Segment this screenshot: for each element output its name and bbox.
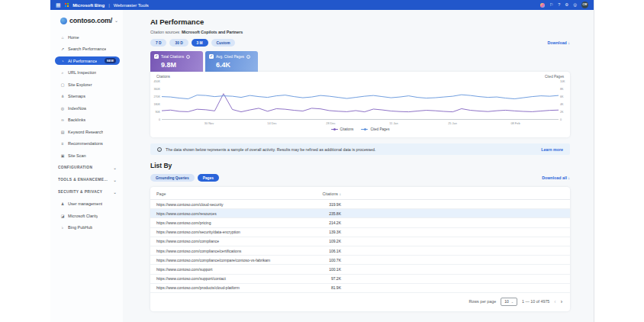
citation-sources: Citation sources: Microsoft Copilots and… xyxy=(150,30,570,34)
page-url[interactable]: https://www.contoso.com/support xyxy=(156,267,318,272)
download-button[interactable]: Download ↓ xyxy=(548,40,570,45)
sort-descending-icon: ↓ xyxy=(340,192,342,196)
previous-page-button[interactable]: ‹ xyxy=(554,299,555,304)
sidebar-item-user-management[interactable]: ♟User management xyxy=(50,200,120,208)
sidebar-nav: ⌂Home↗Search Performance◔AI PerformanceN… xyxy=(50,33,123,232)
legend-item-citations[interactable]: Citations xyxy=(331,127,354,131)
info-banner-text: The data shown below represents a sample… xyxy=(166,147,376,152)
sidebar-item-url-inspection[interactable]: ⌕URL Inspection xyxy=(50,69,120,77)
waffle-menu-icon[interactable]: ▦ xyxy=(56,0,61,10)
table-row[interactable]: https://www.contoso.com/support/contact9… xyxy=(150,275,570,284)
product-label[interactable]: Webmaster Tools xyxy=(114,3,149,8)
page-url[interactable]: https://www.contoso.com/security/data-en… xyxy=(156,230,318,234)
page-url[interactable]: https://www.contoso.com/pricing xyxy=(156,221,318,225)
axis-tick: 10K xyxy=(560,80,569,83)
help-icon[interactable]: ? xyxy=(558,2,560,8)
sidebar-item-indexnow[interactable]: ◎IndexNow xyxy=(50,104,120,112)
sidebar-item-site-scan[interactable]: ▣Site Scan xyxy=(50,151,120,159)
table-row[interactable]: https://www.contoso.com/resources235.8K xyxy=(150,209,570,218)
copilot-icon[interactable] xyxy=(540,3,545,8)
table-row[interactable]: https://www.contoso.com/security/data-en… xyxy=(150,228,570,237)
sidebar-item-sitemaps[interactable]: ⋔Sitemaps xyxy=(50,92,120,101)
chart-plot-area[interactable] xyxy=(162,82,559,120)
column-header-citations[interactable]: Citations ↓ xyxy=(318,192,341,196)
app-window: ▦ Microsoft Bing | Webmaster Tools ⚐ ? ⚙… xyxy=(50,0,594,322)
sidebar-item-ai-performance[interactable]: ◔AI PerformanceNEW xyxy=(55,56,120,65)
axis-tick: 270K xyxy=(151,95,160,98)
table-row[interactable]: https://www.contoso.com/compliance109.2K xyxy=(150,237,570,246)
kpi-avg-cited-pages[interactable]: ✓ Avg. Cited Pages i 6.4K xyxy=(205,51,258,72)
table-row[interactable]: https://www.contoso.com/products/cloud-p… xyxy=(150,284,570,293)
range-controls-row: 7 D30 D3 MCustom Download ↓ xyxy=(150,39,570,47)
rows-per-page-label: Rows per page xyxy=(469,299,497,304)
next-page-button[interactable]: › xyxy=(561,299,562,304)
kpi-label: Total Citations xyxy=(161,55,184,59)
sidebar-item-microsoft-clarity[interactable]: ◪Microsoft Clarity xyxy=(50,211,120,220)
column-header-page[interactable]: Page xyxy=(156,192,318,196)
citations-value: 109.2K xyxy=(318,239,341,243)
brand-label[interactable]: Microsoft Bing xyxy=(72,3,105,8)
table-header: Page Citations ↓ xyxy=(150,187,570,200)
site-selector[interactable]: contoso.com/ ⌄ xyxy=(50,17,123,24)
sidebar: contoso.com/ ⌄ ⌂Home↗Search Performance◔… xyxy=(50,10,123,322)
info-icon[interactable]: i xyxy=(186,55,190,59)
sidebar-item-bing-pubhub[interactable]: ♭Bing PubHub xyxy=(50,224,120,232)
total-citations-checkbox[interactable]: ✓ xyxy=(154,54,159,59)
sitemaps-icon: ⋔ xyxy=(60,94,65,98)
list-by-toggle-grounding-queries[interactable]: Grounding Queries xyxy=(150,174,195,182)
sidebar-section-tools-enhancements[interactable]: TOOLS & ENHANCEMENTS⌄ xyxy=(50,175,117,184)
kpi-total-citations[interactable]: ✓ Total Citations i 9.8M xyxy=(150,51,203,72)
page-url[interactable]: https://www.contoso.com/resources xyxy=(156,211,318,216)
citations-value: 214.2K xyxy=(318,221,341,225)
pagination-range: 1 — 10 of 4975 xyxy=(522,299,549,304)
sidebar-item-site-explorer[interactable]: ▢Site Explorer xyxy=(50,80,120,89)
avg-cited-pages-checkbox[interactable]: ✓ xyxy=(209,54,214,59)
sidebar-item-keyword-research[interactable]: ▤Keyword Research xyxy=(50,127,120,136)
range-pill-30-d[interactable]: 30 D xyxy=(169,39,188,47)
learn-more-link[interactable]: Learn more xyxy=(541,147,563,152)
search-performance-icon: ↗ xyxy=(60,47,65,51)
axis-tick: 360K xyxy=(151,88,160,91)
page-url[interactable]: https://www.contoso.com/cloud-security xyxy=(156,202,318,207)
sidebar-item-search-performance[interactable]: ↗Search Performance xyxy=(50,45,120,53)
rows-per-page-select[interactable]: 10 ⌄ xyxy=(501,298,517,306)
info-banner: i The data shown below represents a samp… xyxy=(150,143,570,155)
topbar-actions: ⚐ ? ⚙ ◎ CW xyxy=(540,2,588,8)
table-row[interactable]: https://www.contoso.com/compliance/compa… xyxy=(150,256,570,265)
page-url[interactable]: https://www.contoso.com/compliance xyxy=(156,239,318,243)
range-pill-7-d[interactable]: 7 D xyxy=(150,39,166,47)
page-url[interactable]: https://www.contoso.com/compliance/compa… xyxy=(156,258,318,262)
x-axis-tick: 25 Jan xyxy=(448,121,457,125)
legend-item-cited-pages[interactable]: Cited Pages xyxy=(361,127,389,131)
page-url[interactable]: https://www.contoso.com/compliance/certi… xyxy=(156,249,318,253)
left-axis-label: Citations xyxy=(156,75,170,79)
range-pill-custom[interactable]: Custom xyxy=(211,39,236,47)
site-explorer-icon: ▢ xyxy=(60,82,65,87)
table-row[interactable]: https://www.contoso.com/cloud-security31… xyxy=(150,200,570,209)
indexnow-icon: ◎ xyxy=(60,106,65,111)
notifications-icon[interactable]: ⚐ xyxy=(549,2,553,8)
range-pill-3-m[interactable]: 3 M xyxy=(192,39,208,47)
apps-icon[interactable]: ◎ xyxy=(573,2,577,8)
sidebar-section-security-privacy[interactable]: SECURITY & PRIVACY⌄ xyxy=(50,188,117,196)
info-icon[interactable]: i xyxy=(246,55,250,59)
chevron-down-icon: ⌄ xyxy=(511,300,514,304)
page-url[interactable]: https://www.contoso.com/products/cloud-p… xyxy=(156,285,318,290)
sidebar-item-recommendations[interactable]: ≡Recommendations xyxy=(50,140,120,148)
page-url[interactable]: https://www.contoso.com/support/contact xyxy=(156,276,318,281)
table-row[interactable]: https://www.contoso.com/support100.1K xyxy=(150,265,570,274)
table-row[interactable]: https://www.contoso.com/pricing214.2K xyxy=(150,218,570,227)
sidebar-section-configuration[interactable]: CONFIGURATION⌄ xyxy=(50,163,117,172)
sidebar-item-backlinks[interactable]: ∞Backlinks xyxy=(50,116,120,124)
sidebar-item-home[interactable]: ⌂Home xyxy=(50,33,120,41)
right-axis-label: Cited Pages xyxy=(545,75,564,79)
axis-tick: 2K xyxy=(560,111,569,114)
x-axis-tick: 14 Dec xyxy=(267,121,276,125)
user-avatar[interactable]: CW xyxy=(581,2,588,8)
list-by-toggle-pages[interactable]: Pages xyxy=(198,174,219,182)
download-all-button[interactable]: Download all ↓ xyxy=(542,175,570,180)
download-icon: ↓ xyxy=(568,175,570,180)
table-row[interactable]: https://www.contoso.com/compliance/certi… xyxy=(150,246,570,256)
site-globe-icon xyxy=(60,18,67,24)
settings-gear-icon[interactable]: ⚙ xyxy=(565,2,568,8)
